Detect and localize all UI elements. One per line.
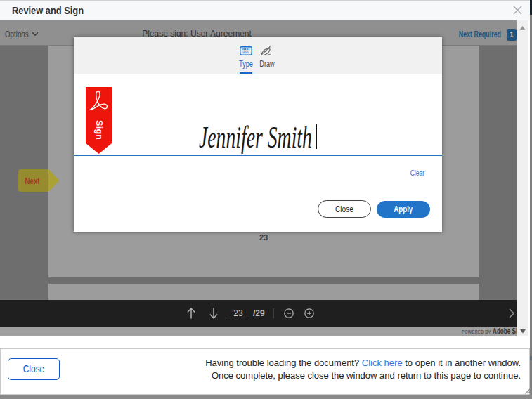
svg-text:/29: /29 (253, 308, 265, 318)
svg-text:Next: Next (25, 176, 40, 186)
svg-text:23: 23 (233, 308, 243, 318)
